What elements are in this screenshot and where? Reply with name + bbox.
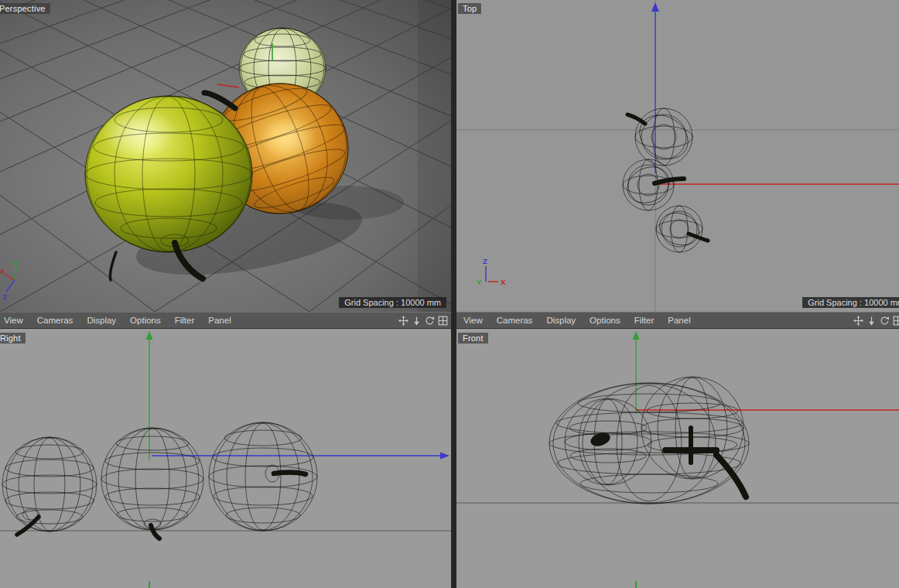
viewport-front[interactable]: Front bbox=[456, 329, 899, 588]
axis-label-x: X bbox=[501, 278, 506, 286]
right-background bbox=[0, 329, 451, 588]
pan-icon[interactable] bbox=[853, 316, 863, 326]
dolly-icon[interactable] bbox=[412, 316, 422, 326]
gizmo-y-axis bbox=[15, 267, 16, 280]
viewport-divider[interactable] bbox=[451, 0, 456, 588]
grid-spacing-label: Grid Spacing : 10000 mm bbox=[802, 297, 899, 308]
menu-items: View Cameras Display Options Filter Pane… bbox=[0, 313, 238, 328]
axis-gizmo: Y X Z bbox=[0, 259, 29, 301]
gizmo-x-axis bbox=[5, 275, 15, 280]
perspective-scene bbox=[0, 0, 451, 312]
viewport-label: Front bbox=[458, 333, 488, 344]
menu-filter[interactable]: Filter bbox=[627, 316, 661, 325]
layout-toggle-icon[interactable] bbox=[893, 316, 899, 326]
viewport-menubar-left: View Cameras Display Options Filter Pane… bbox=[0, 312, 451, 329]
axis-label-y: Y bbox=[477, 278, 482, 286]
viewport-label: Right bbox=[0, 333, 26, 344]
right-scene bbox=[0, 329, 451, 588]
axis-label-z: Z bbox=[483, 257, 487, 265]
axis-label-x: X bbox=[0, 267, 5, 275]
menu-display[interactable]: Display bbox=[80, 316, 123, 325]
viewport-controls bbox=[853, 316, 899, 326]
application-window: Perspective Grid Spacing : 10000 mm Y X … bbox=[0, 0, 899, 588]
pan-icon[interactable] bbox=[398, 316, 408, 326]
axis-label-y: Y bbox=[13, 259, 19, 268]
axis-label-z: Z bbox=[2, 292, 7, 301]
menu-options[interactable]: Options bbox=[123, 316, 168, 325]
viewport-label: Top bbox=[458, 3, 481, 14]
menu-view[interactable]: View bbox=[0, 316, 30, 325]
viewport-edge-shade bbox=[418, 0, 451, 312]
menu-panel[interactable]: Panel bbox=[201, 316, 238, 325]
menu-items: View Cameras Display Options Filter Pane… bbox=[456, 313, 698, 328]
viewport-controls bbox=[398, 316, 451, 326]
menu-panel[interactable]: Panel bbox=[661, 316, 697, 325]
rotate-icon[interactable] bbox=[425, 316, 435, 326]
viewport-right[interactable]: Right bbox=[0, 329, 451, 588]
axis-gizmo: Z Y X bbox=[477, 255, 511, 288]
menu-options[interactable]: Options bbox=[583, 316, 627, 325]
top-background bbox=[456, 0, 899, 312]
dolly-icon[interactable] bbox=[867, 316, 877, 326]
viewport-perspective[interactable]: Perspective Grid Spacing : 10000 mm Y X … bbox=[0, 0, 451, 312]
menu-cameras[interactable]: Cameras bbox=[30, 316, 80, 325]
front-scene bbox=[456, 329, 899, 588]
viewport-label: Perspective bbox=[0, 3, 50, 14]
menu-filter[interactable]: Filter bbox=[168, 316, 202, 325]
front-background bbox=[456, 329, 899, 588]
menu-cameras[interactable]: Cameras bbox=[490, 316, 540, 325]
top-scene bbox=[456, 0, 899, 312]
menu-display[interactable]: Display bbox=[539, 316, 583, 325]
rotate-icon[interactable] bbox=[880, 316, 890, 326]
viewport-top[interactable]: Top Grid Spacing : 10000 mm Z Y X bbox=[456, 0, 899, 312]
menu-view[interactable]: View bbox=[456, 316, 490, 325]
grid-spacing-label: Grid Spacing : 10000 mm bbox=[339, 297, 446, 308]
viewport-menubar-right: View Cameras Display Options Filter Pane… bbox=[456, 312, 899, 329]
layout-toggle-icon[interactable] bbox=[438, 316, 448, 326]
gizmo-z-axis bbox=[6, 280, 15, 292]
